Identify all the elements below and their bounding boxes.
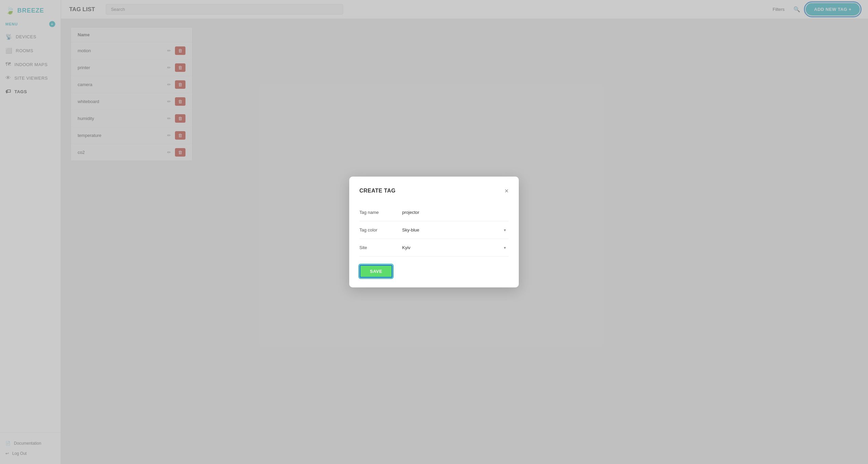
tag-color-select-wrapper: Sky-blue Red Green Blue Yellow ▾ <box>400 226 509 234</box>
main-content: TAG LIST Filters 🔍 ADD NEW TAG + Name mo… <box>61 0 868 464</box>
tag-color-field: Tag color Sky-blue Red Green Blue Yellow… <box>359 221 509 239</box>
save-button[interactable]: SAVE <box>359 265 393 278</box>
modal-title: CREATE TAG <box>359 188 396 194</box>
tag-name-label: Tag name <box>359 210 400 215</box>
modal-header: CREATE TAG × <box>359 187 509 194</box>
modal-footer: SAVE <box>359 265 509 278</box>
tag-color-label: Tag color <box>359 227 400 233</box>
site-field: Site Kyiv London Berlin ▾ <box>359 239 509 257</box>
tag-name-input[interactable] <box>400 208 509 216</box>
tag-color-select[interactable]: Sky-blue Red Green Blue Yellow <box>400 226 509 234</box>
create-tag-modal: CREATE TAG × Tag name Tag color Sky-blue… <box>349 177 519 287</box>
modal-close-button[interactable]: × <box>505 187 509 194</box>
tag-name-field: Tag name <box>359 204 509 221</box>
modal-overlay: CREATE TAG × Tag name Tag color Sky-blue… <box>61 0 868 464</box>
site-select[interactable]: Kyiv London Berlin <box>400 244 509 251</box>
site-select-wrapper: Kyiv London Berlin ▾ <box>400 244 509 251</box>
site-label: Site <box>359 245 400 250</box>
